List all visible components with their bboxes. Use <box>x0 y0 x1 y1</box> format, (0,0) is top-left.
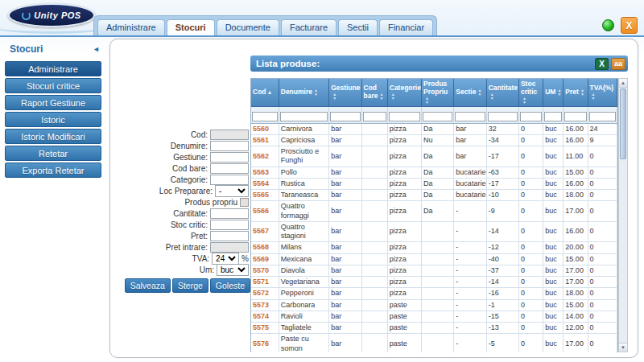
tab[interactable]: Sectii <box>338 19 378 35</box>
filter-input[interactable] <box>520 112 542 121</box>
delete-button[interactable]: Sterge <box>172 278 208 293</box>
sidebar-item[interactable]: Retetar <box>5 146 101 161</box>
tva-suffix: % <box>242 254 249 263</box>
tab[interactable]: Financiar <box>379 19 433 35</box>
save-button[interactable]: Salveaza <box>125 278 171 293</box>
pret-input[interactable] <box>210 231 249 241</box>
tab[interactable]: Stocuri <box>167 19 215 35</box>
stoc-critic-input[interactable] <box>210 220 249 230</box>
filter-input[interactable] <box>423 112 452 121</box>
table-row[interactable]: 5569 Mexicana bar pizza - -40 0 buc 15 <box>251 253 617 265</box>
column-header[interactable]: Denumire▲▼ <box>279 79 328 106</box>
table-row[interactable]: 5563 Pollo bar pizza Da bucatarie -63 0 … <box>251 167 617 178</box>
table-row[interactable]: 5564 Rustica bar pizza Da bucatarie -17 … <box>251 178 617 189</box>
sidebar-item[interactable]: Stocuri critice <box>5 78 101 93</box>
filter-input[interactable] <box>330 112 360 121</box>
tab[interactable]: Documente <box>217 19 279 35</box>
filter-input[interactable] <box>252 112 278 121</box>
filter-input[interactable] <box>544 112 562 121</box>
sidebar-item[interactable]: Istoric <box>5 112 101 127</box>
filter-input[interactable] <box>455 112 485 121</box>
table-row[interactable]: 5567 Quattro stagioni bar pizza - -14 0 … <box>251 221 617 242</box>
table-row[interactable]: 5568 Milans bar pizza - -12 0 buc 20.0 <box>251 242 617 253</box>
column-header[interactable]: Produs Propriu▲▼ <box>422 79 454 106</box>
font-size-icon[interactable]: aa <box>611 58 625 70</box>
denumire-input[interactable] <box>210 141 249 151</box>
pret-intrare-input[interactable] <box>210 242 249 253</box>
column-header-label: TVA(%) <box>590 84 614 92</box>
table-row[interactable]: 5561 Capriciosa bar pizza Nu bar -34 0 b… <box>251 134 617 146</box>
cell-tva: 0 <box>588 201 617 222</box>
filter-input[interactable] <box>280 112 328 121</box>
filter-input[interactable] <box>564 112 586 121</box>
tab[interactable]: Administrare <box>97 19 165 35</box>
filter-input[interactable] <box>389 112 420 121</box>
table-row[interactable]: 5576 Paste cu somon bar paste - -5 0 buc <box>251 334 617 352</box>
cell-categorie: pizza <box>387 123 421 134</box>
cod-input[interactable] <box>210 130 249 140</box>
cell-um: buc <box>543 253 564 265</box>
cell-sectie: - <box>454 323 486 334</box>
cell-denumire: Milans <box>279 242 328 253</box>
table-row[interactable]: 5571 Vegetariana bar pizza - -14 0 buc <box>251 277 617 288</box>
cell-cantitate: -14 <box>486 277 518 288</box>
column-header[interactable]: Stoc critic▲▼ <box>518 79 543 106</box>
table-scrollbar[interactable]: ▲ ▼ <box>618 78 628 352</box>
sidebar-item[interactable]: Istoric Modificari <box>5 129 101 144</box>
column-header[interactable]: Cod bare▲▼ <box>361 79 387 106</box>
sidebar-item[interactable]: Exporta Retetar <box>5 162 101 178</box>
cell-produs-propriu <box>422 323 454 334</box>
column-header[interactable]: Categorie▲▼ <box>387 79 421 106</box>
gestiune-input[interactable] <box>210 152 249 162</box>
form-buttons: Salveaza Sterge Goleste <box>115 278 250 293</box>
collapse-arrow-icon[interactable]: ◄ <box>93 45 100 53</box>
cell-gestiune: bar <box>329 178 361 189</box>
filter-cell <box>588 106 617 123</box>
scrollbar-thumb[interactable] <box>620 88 626 159</box>
cell-tva: 0 <box>588 190 617 201</box>
scroll-up-icon[interactable]: ▲ <box>619 79 627 88</box>
filter-input[interactable] <box>488 112 518 121</box>
cell-pret: 17.00 <box>564 265 588 276</box>
export-excel-icon[interactable]: X <box>595 58 609 70</box>
scroll-down-icon[interactable]: ▼ <box>619 343 627 352</box>
table-row[interactable]: 5572 Pepperoni bar pizza - -16 0 buc 1 <box>251 288 617 299</box>
cod-bare-input[interactable] <box>210 163 249 174</box>
cell-pret: 17.00 <box>564 334 588 352</box>
column-header[interactable]: UM▲▼ <box>543 79 564 106</box>
cell-sectie: bucatarie <box>454 167 486 178</box>
tva-select[interactable]: 24 <box>212 253 239 265</box>
column-header[interactable]: Cod▲ <box>251 79 279 106</box>
column-header[interactable]: Pret▲▼ <box>564 79 588 106</box>
sidebar-item[interactable]: Raport Gestiune <box>5 95 101 110</box>
table-row[interactable]: 5565 Taraneasca bar pizza Da bucatarie -… <box>251 190 617 201</box>
categorie-input[interactable] <box>210 175 249 185</box>
table-row[interactable]: 5562 Prosciutto e Funghi bar pizza Da ba… <box>251 146 617 167</box>
um-label: Um: <box>200 265 214 274</box>
table-row[interactable]: 5573 Carbonara bar paste - -1 0 buc 15 <box>251 299 617 311</box>
header-divider <box>0 35 644 37</box>
tab[interactable]: Facturare <box>281 19 336 35</box>
close-button[interactable]: X <box>621 17 638 34</box>
um-select[interactable]: buc <box>217 264 249 276</box>
table-row[interactable]: 5575 Tagliatele bar paste - -13 0 buc <box>251 323 617 334</box>
filter-input[interactable] <box>589 112 616 121</box>
sidebar-item[interactable]: Administrare <box>5 61 101 76</box>
table-row[interactable]: 5574 Ravioli bar paste - -15 0 buc 14. <box>251 311 617 322</box>
clear-button[interactable]: Goleste <box>210 278 250 293</box>
column-header[interactable]: Sectie▲▼ <box>454 79 486 106</box>
column-header[interactable]: Gestiune▲▼ <box>329 79 361 106</box>
cell-sectie: bucatarie <box>454 190 486 201</box>
table-row[interactable]: 5570 Diavola bar pizza - -37 0 buc 17. <box>251 265 617 276</box>
cantitate-input[interactable] <box>210 208 249 219</box>
column-header[interactable]: TVA(%)▲▼ <box>588 79 617 106</box>
table-row[interactable]: 5560 Carnivora bar pizza Da bar 32 0 buc <box>251 123 617 134</box>
cell-um: buc <box>543 265 564 276</box>
cell-cod-bare <box>361 277 387 288</box>
column-header[interactable]: Cantitate▲▼ <box>486 79 518 106</box>
loc-preparare-select[interactable]: - <box>215 185 249 197</box>
cell-gestiune: bar <box>329 323 361 334</box>
produs-propriu-checkbox[interactable] <box>240 198 249 207</box>
table-row[interactable]: 5566 Quattro formaggi bar pizza Da - -9 … <box>251 201 617 222</box>
filter-input[interactable] <box>363 112 386 121</box>
